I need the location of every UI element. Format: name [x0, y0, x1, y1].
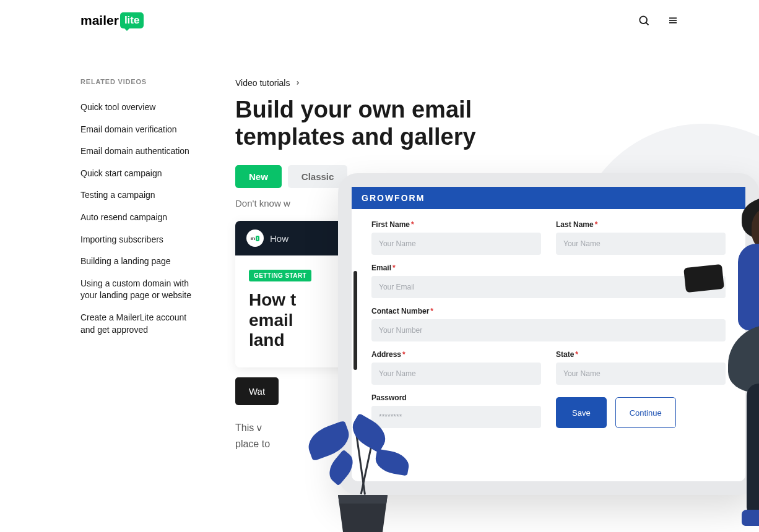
illustration-overlay: GROWFORM First Name* Last Name* Email*: [301, 173, 759, 532]
svg-line-1: [646, 23, 649, 25]
logo[interactable]: mailer lite: [80, 12, 144, 28]
sidebar: RELATED VIDEOS Quick tool overview Email…: [80, 78, 198, 452]
sidebar-item[interactable]: Building a landing page: [80, 251, 198, 273]
search-icon[interactable]: [638, 14, 650, 27]
contact-label: Contact Number*: [371, 307, 726, 315]
watch-button[interactable]: Wat: [235, 377, 279, 405]
logo-accent: lite: [120, 12, 144, 28]
logo-main: mailer: [80, 13, 119, 28]
breadcrumb: Video tutorials: [235, 78, 679, 88]
state-field[interactable]: [556, 363, 726, 385]
sidebar-item[interactable]: Quick tool overview: [80, 97, 198, 119]
menu-icon[interactable]: [667, 15, 679, 26]
video-header-text: How: [270, 233, 288, 244]
save-button[interactable]: Save: [556, 397, 607, 428]
last-name-label: Last Name*: [556, 220, 726, 229]
sidebar-item[interactable]: Email domain authentication: [80, 140, 198, 163]
tablet-mockup: GROWFORM First Name* Last Name* Email*: [338, 173, 759, 495]
breadcrumb-root[interactable]: Video tutorials: [235, 78, 290, 88]
address-label: Address*: [371, 350, 541, 359]
sidebar-item[interactable]: Auto resend campaign: [80, 207, 198, 229]
scrollbar[interactable]: [353, 271, 357, 370]
address-field[interactable]: [371, 363, 541, 385]
sidebar-item[interactable]: Testing a campaign: [80, 184, 198, 207]
continue-button[interactable]: Continue: [615, 397, 676, 428]
first-name-field[interactable]: [371, 233, 541, 255]
chevron-right-icon: [295, 78, 301, 88]
email-label: Email*: [371, 264, 726, 272]
first-name-label: First Name*: [371, 220, 541, 229]
password-field[interactable]: [371, 406, 541, 428]
sidebar-item[interactable]: Importing subscribers: [80, 229, 198, 251]
sidebar-title: RELATED VIDEOS: [80, 78, 198, 85]
tab-new[interactable]: New: [235, 165, 282, 188]
sidebar-item[interactable]: Email domain verification: [80, 119, 198, 141]
sidebar-item[interactable]: Create a MailerLite account and get appr…: [80, 307, 198, 341]
video-avatar: ml: [246, 230, 264, 247]
sidebar-item[interactable]: Using a custom domain with your landing …: [80, 273, 198, 307]
sidebar-item[interactable]: Quick start campaign: [80, 163, 198, 185]
header: mailer lite: [0, 0, 759, 41]
email-field[interactable]: [371, 276, 726, 298]
svg-point-0: [640, 16, 647, 24]
page-title: Build your own email templates and galle…: [235, 97, 545, 150]
state-label: State*: [556, 350, 726, 359]
last-name-field[interactable]: [556, 233, 726, 255]
tab-classic[interactable]: Classic: [288, 165, 348, 188]
contact-field[interactable]: [371, 319, 726, 341]
password-label: Password: [371, 393, 541, 402]
form-brand: GROWFORM: [352, 187, 745, 209]
badge: GETTING START: [249, 270, 311, 281]
